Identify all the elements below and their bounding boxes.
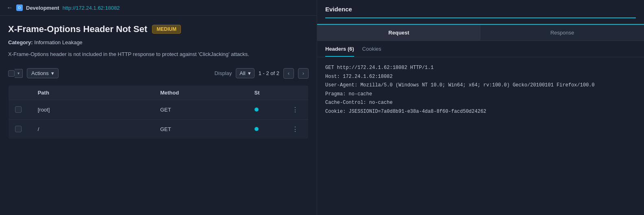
prev-page-button[interactable]: ‹ [283, 68, 294, 79]
cell-status-0 [248, 100, 286, 119]
favicon-icon: D [16, 4, 23, 11]
cell-path-1: / [31, 119, 154, 139]
description-text: X-Frame-Options header is not included i… [8, 50, 309, 58]
header-line-5: Cookie: JSESSIONID=7a0d8b91-e38a-4da8-8f… [325, 108, 636, 116]
breadcrumb-bar: ← D Development http://172.24.1.62:18082 [0, 0, 317, 16]
tab-request[interactable]: Request [317, 25, 481, 41]
site-name: Development [26, 5, 59, 11]
title-row: X-Frame-Options Header Not Set MEDIUM [8, 24, 309, 34]
sub-tab-cookies[interactable]: Cookies [362, 46, 381, 57]
select-all-checkbox[interactable] [8, 70, 15, 77]
back-button[interactable]: ← [7, 4, 13, 11]
col-header-path: Path [31, 85, 154, 100]
content-area: X-Frame-Options Header Not Set MEDIUM Ca… [0, 16, 317, 215]
header-line-1: Host: 172.24.1.62:18082 [325, 73, 636, 82]
table-row: / GET ⋮ [9, 119, 309, 139]
actions-label: Actions [31, 70, 49, 76]
left-panel: ← D Development http://172.24.1.62:18082… [0, 0, 317, 215]
category-line: Category: Information Leakage [8, 39, 309, 45]
row-menu-icon-1[interactable]: ⋮ [292, 126, 298, 133]
cell-method-0: GET [154, 100, 248, 119]
toolbar: ▾ Actions ▾ Display All ▾ 1 - 2 of 2 ‹ › [8, 65, 309, 82]
header-line-3: Pragma: no-cache [325, 90, 636, 99]
cell-method-1: GET [154, 119, 248, 139]
cell-menu-0[interactable]: ⋮ [285, 100, 308, 119]
header-line-0: GET http://172.24.1.62:18082 HTTP/1.1 [325, 64, 636, 73]
display-label: Display [215, 70, 232, 76]
category-value: Information Leakage [34, 39, 83, 45]
cell-status-1 [248, 119, 286, 139]
cell-path-0: [root] [31, 100, 154, 119]
headers-content: GET http://172.24.1.62:18082 HTTP/1.1Hos… [317, 57, 644, 215]
next-page-button[interactable]: › [298, 68, 309, 79]
cell-menu-1[interactable]: ⋮ [285, 119, 308, 139]
sub-tabs: Headers (6) Cookies [317, 41, 644, 57]
col-header-status: St [248, 85, 286, 100]
severity-badge: MEDIUM [152, 25, 181, 34]
site-url[interactable]: http://172.24.1.62:18082 [63, 5, 120, 11]
actions-button[interactable]: Actions ▾ [27, 68, 59, 78]
row-checkbox-0[interactable] [15, 106, 22, 113]
row-select-all[interactable]: ▾ [8, 69, 23, 78]
req-res-tabs: Request Response [317, 25, 644, 41]
row-checkbox-1[interactable] [15, 126, 22, 132]
col-header-menu [285, 85, 308, 100]
display-value: All [239, 70, 245, 76]
tab-response[interactable]: Response [481, 25, 644, 41]
col-header-checkbox [9, 85, 31, 100]
col-header-method: Method [154, 85, 248, 100]
table-row: [root] GET ⋮ [9, 100, 309, 119]
display-select[interactable]: All ▾ [236, 68, 254, 78]
header-line-2: User-Agent: Mozilla/5.0 (Windows NT 10.0… [325, 81, 636, 90]
sub-tab-headers[interactable]: Headers (6) [325, 46, 354, 57]
display-chevron-icon: ▾ [248, 70, 251, 76]
page-title: X-Frame-Options Header Not Set [8, 24, 147, 34]
actions-chevron-icon: ▾ [51, 70, 54, 76]
header-line-4: Cache-Control: no-cache [325, 99, 636, 108]
category-label: Category: [8, 39, 33, 45]
evidence-title: Evidence [325, 6, 636, 18]
row-menu-icon-0[interactable]: ⋮ [292, 106, 298, 113]
results-table: Path Method St [root] GET ⋮ / GET ⋮ [8, 85, 309, 139]
evidence-header: Evidence [317, 0, 644, 25]
right-panel: Evidence Request Response Headers (6) Co… [317, 0, 644, 215]
pagination-info: 1 - 2 of 2 [259, 70, 279, 76]
select-dropdown-button[interactable]: ▾ [15, 69, 23, 78]
table-header-row: Path Method St [9, 85, 309, 100]
